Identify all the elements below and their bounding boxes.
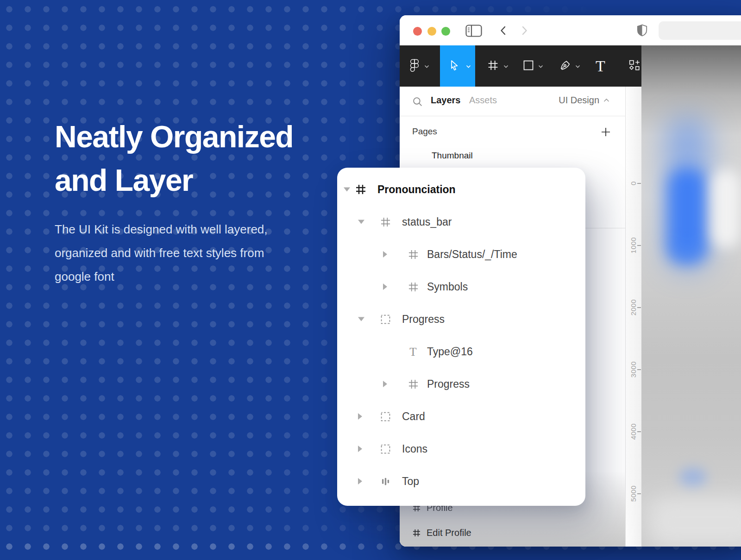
forward-icon[interactable]	[519, 25, 530, 36]
autolayout-bars-icon	[379, 475, 391, 487]
layer-row-icons[interactable]: Icons	[337, 433, 585, 465]
frame-icon	[412, 529, 421, 537]
maximize-button[interactable]	[441, 27, 450, 36]
cursor-icon	[448, 59, 460, 74]
component-tool-icon[interactable]	[628, 59, 641, 73]
page-item-thumbnail[interactable]: Thumbnail	[432, 151, 473, 161]
canvas-ruler: 0 1000 2000 3000 4000 5000 6000	[626, 87, 641, 547]
frame-icon	[407, 281, 419, 293]
back-icon[interactable]	[498, 25, 509, 36]
move-tool-selected[interactable]	[440, 45, 475, 87]
page-title-line1: Neatly Organized	[55, 115, 293, 158]
frame-icon	[379, 216, 391, 228]
tab-layers[interactable]: Layers	[431, 95, 461, 106]
layer-label: Pronounciation	[377, 183, 456, 196]
hero-section: Neatly Organized and Layer The UI Kit is…	[55, 115, 293, 289]
mode-dropdown[interactable]: UI Design	[559, 95, 609, 106]
caret-right-icon[interactable]	[383, 283, 387, 290]
text-tool-icon[interactable]: T	[596, 58, 605, 74]
caret-right-icon[interactable]	[358, 413, 362, 420]
layer-row-symbols[interactable]: Symbols	[337, 271, 585, 303]
minimize-button[interactable]	[427, 27, 436, 36]
layer-label: Bars/Status/_/Time	[427, 248, 517, 261]
layer-row-progress-group[interactable]: Progress	[337, 303, 585, 335]
pen-tool-chevron-icon[interactable]	[575, 62, 580, 70]
layer-label: status_bar	[402, 216, 452, 228]
layer-label: Card	[402, 410, 425, 423]
blurred-artboard-white	[712, 170, 741, 248]
shape-tool-icon[interactable]	[523, 60, 534, 73]
layer-label: Edit Profile	[427, 528, 471, 538]
subtitle-line2: organized and with free text styles from	[55, 241, 293, 265]
design-canvas	[641, 45, 741, 547]
layer-label: Progress	[402, 313, 445, 326]
frame-tool-chevron-icon[interactable]	[503, 62, 509, 70]
page-title: Neatly Organized and Layer	[55, 115, 293, 202]
subtitle-line3: google font	[55, 265, 293, 289]
mode-label: UI Design	[559, 95, 599, 106]
frame-icon	[355, 183, 367, 195]
figma-toolbar: T	[400, 45, 641, 87]
caret-down-icon[interactable]	[358, 220, 364, 224]
page-title-line2: and Layer	[55, 158, 293, 202]
blurred-artboard-light	[648, 497, 741, 547]
page-subtitle: The UI Kit is designed with well layered…	[55, 218, 293, 289]
caret-right-icon[interactable]	[358, 478, 362, 484]
caret-down-icon[interactable]	[344, 188, 350, 192]
group-icon	[379, 410, 391, 422]
caret-right-icon[interactable]	[358, 446, 362, 452]
layer-row-type16[interactable]: T Type@16	[337, 335, 585, 368]
layers-popup: Pronounciation status_bar Bars/Status/_/…	[337, 168, 585, 506]
layer-row-top[interactable]: Top	[337, 465, 585, 497]
blurred-artboard-blue-bottom	[679, 468, 706, 487]
layer-label: Top	[402, 475, 419, 488]
layer-label: Type@16	[427, 346, 473, 358]
layer-row-progress-child[interactable]: Progress	[337, 368, 585, 400]
chevron-up-icon	[603, 98, 609, 102]
shield-icon[interactable]	[636, 24, 648, 37]
caret-right-icon[interactable]	[383, 251, 387, 258]
figma-menu-chevron-icon[interactable]	[424, 62, 429, 70]
frame-icon	[407, 248, 419, 260]
text-layer-icon: T	[407, 346, 419, 358]
blurred-artboard-blue-small	[670, 242, 703, 262]
pen-tool-icon[interactable]	[559, 59, 571, 73]
group-icon	[379, 443, 391, 455]
tab-assets[interactable]: Assets	[469, 95, 497, 106]
search-icon[interactable]	[412, 96, 423, 109]
move-tool-chevron-icon[interactable]	[466, 62, 471, 70]
layer-label: Icons	[402, 443, 427, 455]
caret-right-icon[interactable]	[383, 381, 387, 387]
layer-row-card[interactable]: Card	[337, 400, 585, 433]
shape-tool-chevron-icon[interactable]	[538, 62, 543, 70]
panel-tabs-row: Layers Assets UI Design	[400, 87, 625, 116]
figma-menu-icon[interactable]	[409, 58, 420, 75]
close-button[interactable]	[413, 27, 422, 36]
add-page-button[interactable]	[600, 126, 611, 138]
caret-down-icon[interactable]	[358, 317, 364, 321]
layer-row-bars-status-time[interactable]: Bars/Status/_/Time	[337, 238, 585, 271]
frame-tool-icon[interactable]	[487, 59, 499, 73]
subtitle-line1: The UI Kit is designed with well layered…	[55, 218, 293, 241]
frame-icon	[407, 378, 419, 390]
layer-label: Progress	[427, 378, 470, 390]
layer-label: Symbols	[427, 281, 468, 293]
layer-row-status-bar[interactable]: status_bar	[337, 206, 585, 238]
sidebar-toggle-icon[interactable]	[465, 25, 482, 37]
layer-row-pronounciation[interactable]: Pronounciation	[337, 173, 585, 206]
window-titlebar	[400, 15, 741, 45]
browser-search-field[interactable]	[659, 21, 741, 40]
layer-row-edit-profile[interactable]: Edit Profile	[412, 528, 471, 538]
pages-section-label: Pages	[412, 126, 437, 137]
group-icon	[379, 313, 391, 325]
